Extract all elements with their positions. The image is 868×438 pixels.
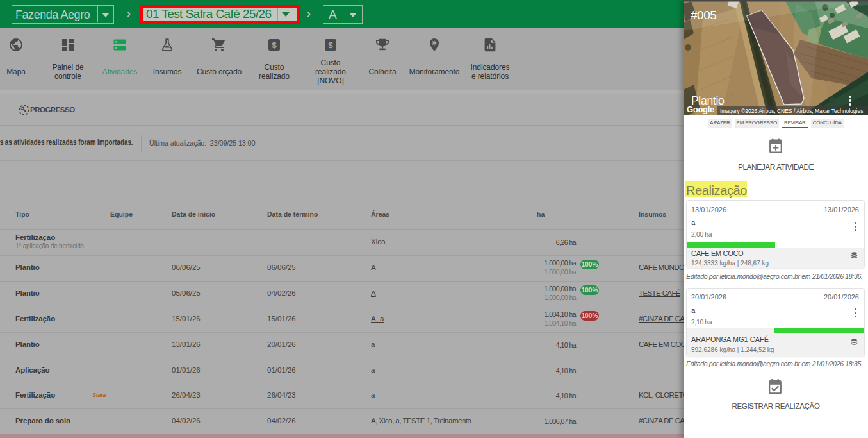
svg-text:Imagery ©2026 Airbus, CNES / A: Imagery ©2026 Airbus, CNES / Airbus, Max… (720, 108, 863, 114)
svg-text:#005: #005 (691, 8, 716, 22)
svg-text:$: $ (272, 40, 277, 50)
svg-text:Google: Google (687, 105, 714, 114)
svg-text:$: $ (328, 40, 333, 50)
